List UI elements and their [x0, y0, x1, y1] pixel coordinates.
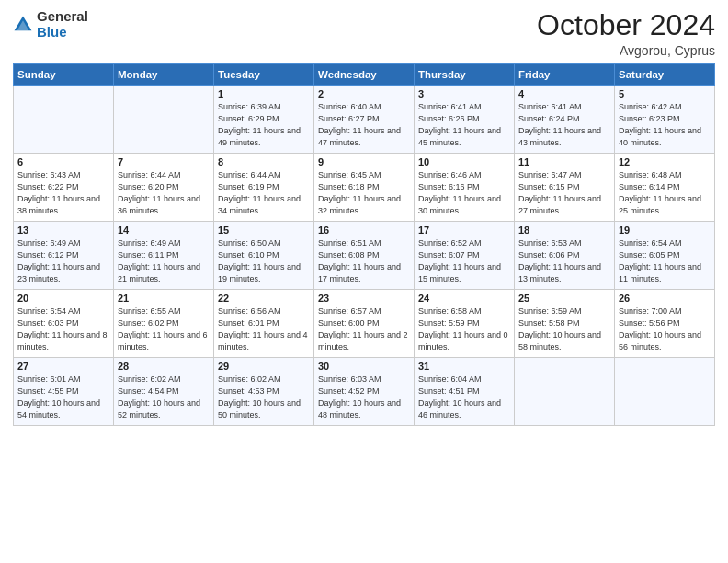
day-number: 17: [418, 224, 510, 236]
day-number: 24: [418, 293, 510, 304]
day-number: 15: [218, 224, 310, 236]
day-cell: 22Sunrise: 6:56 AMSunset: 6:01 PMDayligh…: [214, 290, 314, 358]
day-number: 16: [318, 224, 410, 236]
day-cell: 24Sunrise: 6:58 AMSunset: 5:59 PMDayligh…: [415, 290, 515, 358]
day-info: Sunrise: 6:01 AMSunset: 4:55 PMDaylight:…: [17, 373, 109, 421]
day-number: 30: [318, 361, 410, 372]
day-cell: 12Sunrise: 6:48 AMSunset: 6:14 PMDayligh…: [615, 154, 715, 222]
day-info: Sunrise: 6:45 AMSunset: 6:18 PMDaylight:…: [318, 169, 410, 217]
day-info: Sunrise: 6:49 AMSunset: 6:11 PMDaylight:…: [118, 237, 210, 285]
day-info: Sunrise: 6:43 AMSunset: 6:22 PMDaylight:…: [17, 169, 109, 217]
day-info: Sunrise: 6:54 AMSunset: 6:03 PMDaylight:…: [17, 305, 109, 353]
col-sunday: Sunday: [14, 64, 114, 86]
day-cell: 25Sunrise: 6:59 AMSunset: 5:58 PMDayligh…: [515, 290, 615, 358]
day-number: 23: [318, 293, 410, 304]
day-number: 4: [518, 88, 610, 99]
day-cell: 31Sunrise: 6:04 AMSunset: 4:51 PMDayligh…: [415, 358, 515, 426]
day-cell: 3Sunrise: 6:41 AMSunset: 6:26 PMDaylight…: [415, 86, 515, 154]
week-row-3: 13Sunrise: 6:49 AMSunset: 6:12 PMDayligh…: [14, 222, 715, 290]
week-row-4: 20Sunrise: 6:54 AMSunset: 6:03 PMDayligh…: [14, 290, 715, 358]
day-info: Sunrise: 6:02 AMSunset: 4:54 PMDaylight:…: [118, 373, 210, 421]
logo-text: General Blue: [37, 9, 88, 40]
day-info: Sunrise: 6:48 AMSunset: 6:14 PMDaylight:…: [619, 169, 711, 217]
logo-general: General: [37, 8, 88, 24]
day-number: 26: [619, 293, 711, 304]
day-cell: 4Sunrise: 6:41 AMSunset: 6:24 PMDaylight…: [515, 86, 615, 154]
logo-blue: Blue: [37, 24, 67, 40]
day-cell: 11Sunrise: 6:47 AMSunset: 6:15 PMDayligh…: [515, 154, 615, 222]
day-cell: 8Sunrise: 6:44 AMSunset: 6:19 PMDaylight…: [214, 154, 314, 222]
day-info: Sunrise: 6:50 AMSunset: 6:10 PMDaylight:…: [218, 237, 310, 285]
day-number: 11: [518, 156, 610, 167]
week-row-2: 6Sunrise: 6:43 AMSunset: 6:22 PMDaylight…: [14, 154, 715, 222]
day-number: 27: [17, 361, 109, 372]
day-info: Sunrise: 6:58 AMSunset: 5:59 PMDaylight:…: [418, 305, 510, 353]
day-info: Sunrise: 6:56 AMSunset: 6:01 PMDaylight:…: [218, 305, 310, 353]
col-friday: Friday: [515, 64, 615, 86]
logo-icon: [13, 15, 33, 35]
day-cell: 28Sunrise: 6:02 AMSunset: 4:54 PMDayligh…: [114, 358, 214, 426]
day-cell: 6Sunrise: 6:43 AMSunset: 6:22 PMDaylight…: [14, 154, 114, 222]
day-number: 8: [218, 156, 310, 167]
day-info: Sunrise: 6:54 AMSunset: 6:05 PMDaylight:…: [619, 237, 711, 285]
day-info: Sunrise: 6:41 AMSunset: 6:24 PMDaylight:…: [518, 101, 610, 149]
day-cell: 18Sunrise: 6:53 AMSunset: 6:06 PMDayligh…: [515, 222, 615, 290]
day-number: 21: [118, 293, 210, 304]
day-number: 22: [218, 293, 310, 304]
day-number: 29: [218, 361, 310, 372]
day-info: Sunrise: 6:42 AMSunset: 6:23 PMDaylight:…: [619, 101, 711, 149]
day-number: 13: [17, 224, 109, 236]
col-thursday: Thursday: [415, 64, 515, 86]
day-cell: [114, 86, 214, 154]
day-cell: [14, 86, 114, 154]
day-cell: 2Sunrise: 6:40 AMSunset: 6:27 PMDaylight…: [314, 86, 415, 154]
month-title: October 2024: [537, 9, 715, 41]
day-info: Sunrise: 6:40 AMSunset: 6:27 PMDaylight:…: [318, 101, 410, 149]
day-info: Sunrise: 6:51 AMSunset: 6:08 PMDaylight:…: [318, 237, 410, 285]
day-cell: 19Sunrise: 6:54 AMSunset: 6:05 PMDayligh…: [615, 222, 715, 290]
day-cell: [615, 358, 715, 426]
col-wednesday: Wednesday: [314, 64, 415, 86]
day-cell: 7Sunrise: 6:44 AMSunset: 6:20 PMDaylight…: [114, 154, 214, 222]
day-number: 18: [518, 224, 610, 236]
title-block: October 2024 Avgorou, Cyprus: [537, 9, 715, 58]
col-saturday: Saturday: [615, 64, 715, 86]
day-number: 31: [418, 361, 510, 372]
day-cell: 14Sunrise: 6:49 AMSunset: 6:11 PMDayligh…: [114, 222, 214, 290]
day-info: Sunrise: 6:52 AMSunset: 6:07 PMDaylight:…: [418, 237, 510, 285]
location: Avgorou, Cyprus: [537, 43, 715, 58]
day-info: Sunrise: 7:00 AMSunset: 5:56 PMDaylight:…: [619, 305, 711, 353]
day-info: Sunrise: 6:04 AMSunset: 4:51 PMDaylight:…: [418, 373, 510, 421]
day-cell: 20Sunrise: 6:54 AMSunset: 6:03 PMDayligh…: [14, 290, 114, 358]
day-number: 9: [318, 156, 410, 167]
day-cell: 27Sunrise: 6:01 AMSunset: 4:55 PMDayligh…: [14, 358, 114, 426]
day-cell: 21Sunrise: 6:55 AMSunset: 6:02 PMDayligh…: [114, 290, 214, 358]
day-number: 7: [118, 156, 210, 167]
logo: General Blue: [13, 9, 88, 40]
header: General Blue October 2024 Avgorou, Cypru…: [13, 9, 715, 58]
header-row: Sunday Monday Tuesday Wednesday Thursday…: [14, 64, 715, 86]
day-number: 12: [619, 156, 711, 167]
day-cell: 16Sunrise: 6:51 AMSunset: 6:08 PMDayligh…: [314, 222, 415, 290]
day-cell: 1Sunrise: 6:39 AMSunset: 6:29 PMDaylight…: [214, 86, 314, 154]
day-number: 6: [17, 156, 109, 167]
day-number: 10: [418, 156, 510, 167]
week-row-1: 1Sunrise: 6:39 AMSunset: 6:29 PMDaylight…: [14, 86, 715, 154]
day-cell: 30Sunrise: 6:03 AMSunset: 4:52 PMDayligh…: [314, 358, 415, 426]
day-number: 25: [518, 293, 610, 304]
day-cell: 26Sunrise: 7:00 AMSunset: 5:56 PMDayligh…: [615, 290, 715, 358]
day-info: Sunrise: 6:39 AMSunset: 6:29 PMDaylight:…: [218, 101, 310, 149]
day-info: Sunrise: 6:44 AMSunset: 6:20 PMDaylight:…: [118, 169, 210, 217]
day-number: 19: [619, 224, 711, 236]
day-info: Sunrise: 6:47 AMSunset: 6:15 PMDaylight:…: [518, 169, 610, 217]
day-cell: 17Sunrise: 6:52 AMSunset: 6:07 PMDayligh…: [415, 222, 515, 290]
day-number: 2: [318, 88, 410, 99]
day-info: Sunrise: 6:03 AMSunset: 4:52 PMDaylight:…: [318, 373, 410, 421]
day-number: 14: [118, 224, 210, 236]
day-cell: 13Sunrise: 6:49 AMSunset: 6:12 PMDayligh…: [14, 222, 114, 290]
day-info: Sunrise: 6:41 AMSunset: 6:26 PMDaylight:…: [418, 101, 510, 149]
day-cell: [515, 358, 615, 426]
day-cell: 23Sunrise: 6:57 AMSunset: 6:00 PMDayligh…: [314, 290, 415, 358]
day-number: 28: [118, 361, 210, 372]
day-number: 1: [218, 88, 310, 99]
